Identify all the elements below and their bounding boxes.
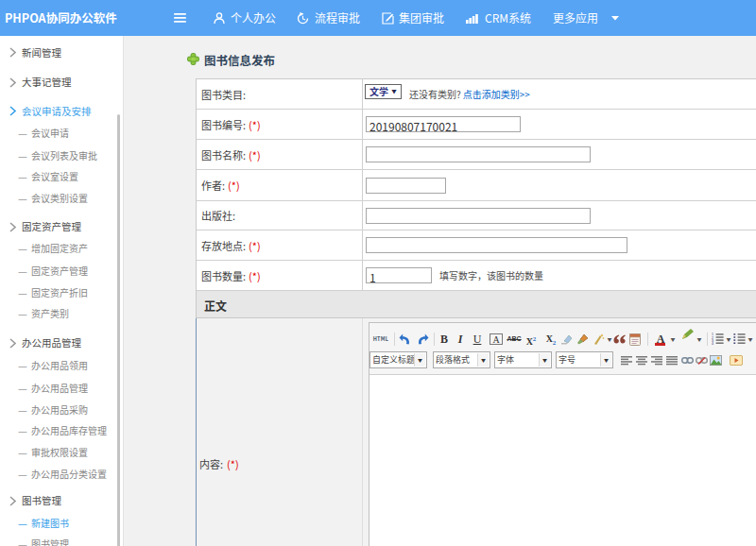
svg-text:4: 4 <box>712 342 713 346</box>
